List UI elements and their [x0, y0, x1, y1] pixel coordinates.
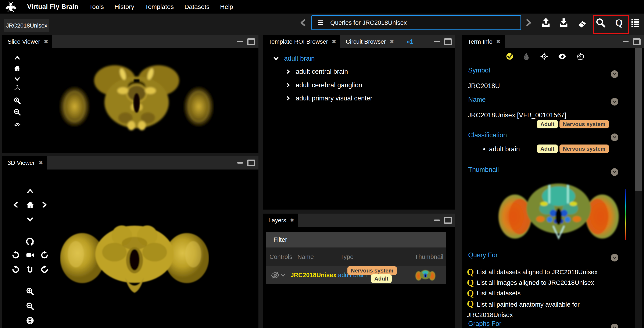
collapse-classification-button[interactable]	[611, 134, 618, 141]
maximize-button[interactable]	[444, 38, 452, 45]
wireframe-globe-icon[interactable]	[26, 316, 35, 325]
minimize-button[interactable]	[434, 41, 440, 42]
pan-right-icon[interactable]	[40, 200, 49, 209]
query-link-label[interactable]: List all datasets	[477, 290, 521, 297]
pan-left-icon[interactable]	[11, 200, 20, 209]
workspace-tab[interactable]: JRC2018Unisex	[4, 19, 49, 32]
rotate-loop-icon[interactable]	[25, 236, 35, 246]
close-icon[interactable]: ✖	[496, 39, 500, 44]
query-link[interactable]: Q List all datasets	[467, 288, 520, 298]
brain-icon[interactable]	[576, 52, 584, 60]
tree-node-label[interactable]: adult primary visual center	[296, 94, 372, 102]
slice-viewer-canvas[interactable]	[2, 48, 258, 153]
capture-camera-icon[interactable]	[26, 250, 35, 260]
tab-term-info[interactable]: Term Info ✖	[462, 35, 504, 48]
collapse-query-for-button[interactable]	[611, 254, 618, 262]
home-view-icon[interactable]	[26, 200, 35, 209]
term-thumbnail-image[interactable]	[497, 177, 620, 247]
collapse-name-button[interactable]	[611, 98, 618, 106]
minimize-button[interactable]	[434, 220, 440, 221]
chevron-down-icon[interactable]	[272, 55, 280, 62]
scrollbar-thumb[interactable]	[635, 48, 642, 191]
close-icon[interactable]: ✖	[332, 39, 336, 44]
layers-filter-input[interactable]: Filter	[266, 232, 446, 248]
chevron-right-icon[interactable]	[285, 95, 292, 102]
tree-node-adult-cerebral-ganglion[interactable]: adult cerebral ganglion	[285, 81, 362, 89]
layer-name-link[interactable]: JRC2018Unisex	[290, 272, 336, 279]
target-crosshair-icon[interactable]	[540, 52, 548, 60]
3d-zoom-in-icon[interactable]	[26, 287, 35, 296]
query-link-label[interactable]: List all painted anatomy available for J…	[467, 301, 580, 318]
axes-icon[interactable]	[13, 84, 21, 92]
slice-zoom-out-icon[interactable]	[13, 108, 21, 116]
query-link[interactable]: Q List all datasets aligned to JRC2018Un…	[467, 268, 598, 277]
maximize-button[interactable]	[444, 217, 452, 224]
classification-item[interactable]: • adult brain	[483, 145, 520, 153]
slice-zoom-in-icon[interactable]	[13, 96, 21, 105]
slice-plane-icon[interactable]	[13, 120, 21, 128]
slice-up-icon[interactable]	[13, 54, 21, 62]
chevron-down-icon[interactable]	[280, 273, 286, 278]
maximize-button[interactable]	[247, 160, 255, 166]
minimize-button[interactable]	[623, 41, 628, 42]
tab-circuit-browser[interactable]: Circuit Browser ✖	[340, 35, 398, 48]
flip-uturn-icon[interactable]	[26, 265, 35, 274]
search-input[interactable]: Queries for JRC2018Unisex	[312, 15, 521, 30]
roll-cw-icon[interactable]	[40, 265, 49, 274]
brand-menu[interactable]: Virtual Fly Brain	[27, 3, 78, 10]
tree-node-adult-central-brain[interactable]: adult central brain	[285, 68, 348, 76]
rotate-ccw-icon[interactable]	[11, 250, 20, 260]
nav-item-tools[interactable]: Tools	[89, 3, 104, 10]
close-icon[interactable]: ✖	[44, 39, 48, 44]
tab-slice-viewer[interactable]: Slice Viewer ✖	[2, 35, 52, 48]
nav-item-history[interactable]: History	[114, 3, 134, 10]
query-link[interactable]: QList all painted anatomy available for …	[467, 299, 604, 320]
3d-viewer-canvas[interactable]	[2, 170, 258, 328]
roll-ccw-icon[interactable]	[11, 265, 20, 274]
tree-node-label[interactable]: adult brain	[284, 55, 315, 62]
collapse-thumbnail-button[interactable]	[611, 168, 618, 176]
stain-drop-icon[interactable]	[522, 52, 530, 60]
close-icon[interactable]: ✖	[290, 218, 294, 223]
collapse-graphs-for-button[interactable]	[611, 324, 618, 328]
nav-item-help[interactable]: Help	[220, 3, 233, 10]
download-icon[interactable]	[558, 17, 569, 28]
minimize-button[interactable]	[237, 41, 243, 42]
search-menu-icon[interactable]	[317, 18, 325, 27]
results-list-icon[interactable]	[630, 17, 641, 28]
chevron-right-icon[interactable]	[285, 68, 292, 75]
visibility-off-icon[interactable]	[271, 271, 280, 280]
visibility-eye-icon[interactable]	[558, 52, 566, 60]
hidden-tabs-indicator[interactable]: »1	[406, 35, 413, 48]
tree-node-label[interactable]: adult central brain	[296, 68, 348, 76]
minimize-button[interactable]	[237, 162, 243, 164]
pan-down-icon[interactable]	[26, 215, 35, 224]
nav-item-templates[interactable]: Templates	[145, 3, 174, 10]
collapse-symbol-button[interactable]	[611, 70, 618, 78]
query-link[interactable]: Q List all images aligned to JRC2018Unis…	[467, 278, 594, 287]
tab-3d-viewer[interactable]: 3D Viewer ✖	[2, 156, 47, 170]
classification-link[interactable]: adult brain	[489, 145, 520, 153]
maximize-button[interactable]	[247, 38, 255, 45]
tab-layers[interactable]: Layers ✖	[263, 214, 298, 227]
rotate-cw-icon[interactable]	[40, 250, 49, 260]
query-link-label[interactable]: List all datasets aligned to JRC2018Unis…	[477, 268, 598, 276]
maximize-button[interactable]	[633, 38, 640, 45]
tree-node-adult-brain[interactable]: adult brain	[272, 55, 315, 62]
query-link-label[interactable]: List all images aligned to JRC2018Unisex	[477, 279, 594, 286]
clear-eraser-icon[interactable]	[577, 17, 588, 28]
3d-zoom-out-icon[interactable]	[26, 302, 35, 311]
tree-node-adult-primary-visual-center[interactable]: adult primary visual center	[285, 94, 372, 102]
close-icon[interactable]: ✖	[390, 39, 394, 44]
tree-node-label[interactable]: adult cerebral ganglion	[296, 81, 362, 89]
slice-home-icon[interactable]	[13, 64, 21, 72]
close-icon[interactable]: ✖	[39, 160, 43, 166]
slice-down-icon[interactable]	[13, 75, 21, 83]
tab-template-roi-browser[interactable]: Template ROI Browser ✖	[263, 35, 340, 48]
chevron-right-icon[interactable]	[285, 82, 292, 88]
selected-check-icon[interactable]	[505, 52, 514, 61]
fly-logo-icon[interactable]	[5, 1, 16, 12]
search-next-icon[interactable]	[523, 17, 534, 28]
upload-icon[interactable]	[540, 17, 552, 28]
table-row[interactable]: JRC2018Unisex adult brain Nervous system…	[266, 266, 446, 284]
